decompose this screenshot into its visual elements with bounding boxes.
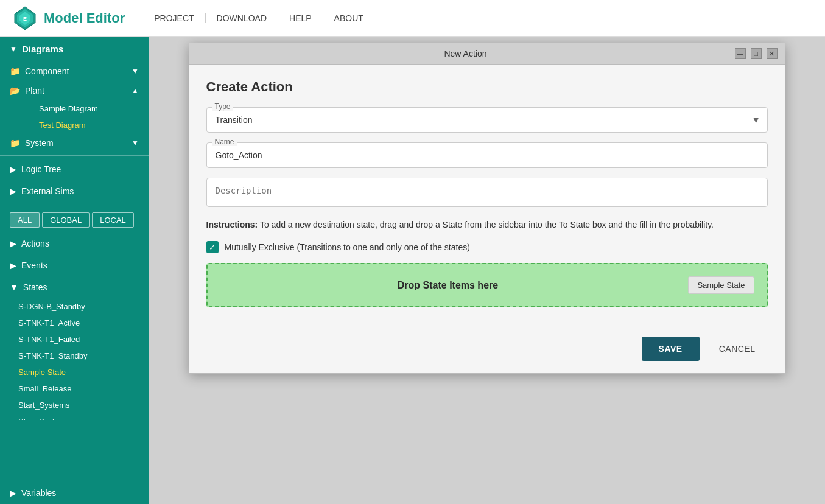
sidebar-folder-system-label: System — [25, 138, 54, 148]
state-item-sample[interactable]: Sample State — [0, 364, 149, 380]
instructions-body: To add a new destination state, drag and… — [258, 220, 714, 229]
type-field: Type Transition Run Application Change V… — [206, 107, 768, 133]
folder-icon: 📁 — [10, 66, 20, 76]
state-item-5[interactable]: Small_Release — [0, 380, 149, 397]
state-item-2[interactable]: S-TNK-T1_Failed — [0, 331, 149, 348]
chevron-down-icon-system: ▼ — [132, 139, 139, 147]
description-textarea[interactable] — [206, 178, 768, 207]
name-input[interactable] — [206, 142, 768, 168]
sidebar-events[interactable]: ▶ Events — [0, 254, 149, 276]
app-title: Model Editor — [44, 10, 125, 26]
folder-icon-system: 📁 — [10, 138, 20, 148]
sidebar-logic-tree-label: Logic Tree — [21, 164, 61, 174]
nav-download[interactable]: DOWNLOAD — [206, 13, 278, 23]
sidebar: ▼ Diagrams 📁 Component ▼ 📂 Plant ▲ Sampl… — [0, 37, 149, 504]
chevron-right-icon: ▼ — [132, 67, 139, 75]
chevron-right-ext: ▶ — [10, 186, 16, 196]
modal-close-button[interactable]: ✕ — [767, 48, 778, 59]
chevron-down-states: ▼ — [10, 282, 18, 292]
sidebar-external-sims-label: External Sims — [21, 186, 74, 196]
sidebar-external-sims[interactable]: ▶ External Sims — [0, 180, 149, 202]
type-select[interactable]: Transition Run Application Change Var Va… — [206, 107, 768, 133]
chevron-right-logic: ▶ — [10, 164, 16, 174]
sidebar-folder-system[interactable]: 📁 System ▼ — [0, 133, 149, 153]
instructions-text: Instructions: To add a new destination s… — [206, 219, 768, 231]
sidebar-folder-plant-label: Plant — [25, 86, 44, 96]
type-label: Type — [212, 102, 233, 111]
chevron-up-icon: ▲ — [132, 86, 139, 95]
checkmark-icon: ✓ — [209, 243, 216, 252]
nav-about[interactable]: ABOUT — [323, 13, 374, 23]
folder-open-icon: 📂 — [10, 86, 20, 96]
filter-buttons: ALL GLOBAL LOCAL — [0, 208, 149, 233]
chevron-down-icon: ▼ — [10, 45, 17, 54]
drop-zone[interactable]: Drop State Items here Sample State — [206, 263, 768, 307]
sidebar-variables[interactable]: ▶ Variables — [0, 482, 149, 504]
filter-global[interactable]: GLOBAL — [42, 212, 90, 228]
checkbox-label: Mutually Exclusive (Transitions to one a… — [225, 242, 470, 252]
checkbox-row: ✓ Mutually Exclusive (Transitions to one… — [206, 241, 768, 253]
modal-controls: — □ ✕ — [735, 48, 778, 59]
modal-overlay: New Action — □ ✕ Create Action Type Tran… — [149, 37, 825, 504]
state-item-3[interactable]: S-TNK-T1_Standby — [0, 348, 149, 364]
sidebar-folder-component[interactable]: 📁 Component ▼ — [0, 61, 149, 81]
state-item-1[interactable]: S-TNK-T1_Active — [0, 315, 149, 331]
state-chip-sample: Sample State — [688, 276, 754, 294]
sidebar-events-label: Events — [21, 261, 47, 270]
sidebar-folder-component-label: Component — [25, 66, 69, 76]
save-button[interactable]: SAVE — [642, 337, 700, 361]
mutually-exclusive-checkbox[interactable]: ✓ — [206, 241, 219, 253]
sidebar-logic-tree[interactable]: ▶ Logic Tree — [0, 158, 149, 180]
nav-project[interactable]: PROJECT — [143, 13, 205, 23]
modal-maximize-button[interactable]: □ — [751, 48, 762, 59]
nav-help[interactable]: HELP — [278, 13, 323, 23]
sidebar-states-label: States — [23, 282, 47, 292]
chevron-right-vars: ▶ — [10, 488, 16, 498]
modal-footer: SAVE CANCEL — [189, 337, 785, 373]
new-action-modal: New Action — □ ✕ Create Action Type Tran… — [189, 43, 785, 374]
chevron-right-actions: ▶ — [10, 239, 16, 248]
sidebar-folder-plant[interactable]: 📂 Plant ▲ — [0, 81, 149, 100]
modal-minimize-button[interactable]: — — [735, 48, 746, 59]
states-list: S-DGN-B_Standby S-TNK-T1_Active S-TNK-T1… — [0, 298, 149, 420]
content-area: New Action — □ ✕ Create Action Type Tran… — [149, 37, 825, 504]
name-label: Name — [212, 138, 237, 146]
state-item-0[interactable]: S-DGN-B_Standby — [0, 298, 149, 315]
sidebar-plant-children: Sample Diagram Test Diagram — [0, 100, 149, 133]
sidebar-divider-1 — [0, 155, 149, 156]
modal-body: Create Action Type Transition Run Applic… — [189, 65, 785, 337]
sidebar-sample-diagram[interactable]: Sample Diagram — [12, 100, 149, 117]
sidebar-test-diagram[interactable]: Test Diagram — [12, 117, 149, 133]
top-nav: E Model Editor PROJECT DOWNLOAD HELP ABO… — [0, 0, 825, 37]
drop-zone-label: Drop State Items here — [220, 280, 676, 291]
name-field: Name — [206, 142, 768, 168]
state-item-7[interactable]: Stop_Systems — [0, 413, 149, 420]
logo-icon: E — [12, 5, 38, 31]
sidebar-states[interactable]: ▼ States — [0, 276, 149, 298]
sidebar-actions[interactable]: ▶ Actions — [0, 233, 149, 254]
sidebar-diagrams-label: Diagrams — [22, 44, 63, 54]
description-field — [206, 178, 768, 209]
svg-text:E: E — [23, 16, 27, 22]
sidebar-divider-2 — [0, 205, 149, 205]
chevron-right-events: ▶ — [10, 261, 16, 270]
nav-links: PROJECT DOWNLOAD HELP ABOUT — [143, 13, 374, 23]
filter-all[interactable]: ALL — [10, 212, 40, 228]
filter-local[interactable]: LOCAL — [92, 212, 134, 228]
sidebar-variables-label: Variables — [21, 488, 56, 498]
cancel-button[interactable]: CANCEL — [707, 337, 768, 361]
instructions-prefix: Instructions: — [206, 220, 258, 229]
modal-heading: Create Action — [206, 79, 768, 95]
main-layout: ▼ Diagrams 📁 Component ▼ 📂 Plant ▲ Sampl… — [0, 37, 825, 504]
sidebar-actions-label: Actions — [21, 239, 49, 248]
state-item-6[interactable]: Start_Systems — [0, 397, 149, 413]
app-logo: E Model Editor — [12, 5, 125, 31]
sidebar-diagrams-header[interactable]: ▼ Diagrams — [0, 37, 149, 61]
modal-titlebar: New Action — □ ✕ — [189, 43, 785, 65]
modal-title: New Action — [197, 49, 735, 58]
